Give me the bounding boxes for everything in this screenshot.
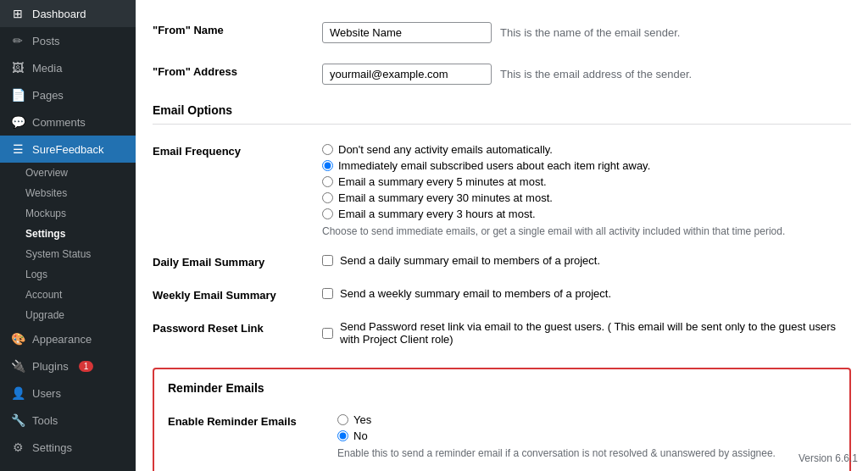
from-name-row: "From" Name This is the name of the emai… [153, 14, 851, 97]
daily-summary-desc: Send a daily summary email to members of… [340, 254, 600, 267]
sidebar-item-pages[interactable]: 📄 Pages [0, 81, 136, 108]
weekly-summary-desc: Send a weekly summary email to members o… [340, 287, 611, 300]
password-reset-checkbox[interactable] [322, 328, 333, 339]
sidebar-sub-overview[interactable]: Overview [0, 163, 136, 183]
collapse-icon: ◀ [10, 468, 25, 471]
email-frequency-help: Choose to send immediate emails, or get … [322, 225, 851, 237]
reminder-help: Enable this to send a reminder email if … [337, 447, 836, 459]
main-content: "From" Name This is the name of the emai… [136, 0, 868, 471]
sidebar: ⊞ Dashboard ✏ Posts 🖼 Media 📄 Pages 💬 Co… [0, 0, 136, 471]
daily-summary-label: Daily Email Summary [153, 246, 322, 279]
from-address-desc: This is the email address of the sender. [500, 68, 692, 80]
sidebar-sub-mockups[interactable]: Mockups [0, 203, 136, 224]
posts-icon: ✏ [10, 34, 25, 47]
freq-30min[interactable]: Email a summary every 30 minutes at most… [322, 191, 851, 204]
plugins-badge: 1 [79, 361, 94, 372]
version-text: Version 6.6.1 [798, 452, 858, 464]
password-reset-checkbox-label[interactable]: Send Password reset link via email to th… [322, 320, 851, 346]
surefeedback-icon: ☰ [10, 142, 25, 156]
from-name-desc: This is the name of the email sender. [500, 26, 680, 39]
weekly-summary-checkbox-label[interactable]: Send a weekly summary email to members o… [322, 287, 851, 300]
sidebar-item-settings[interactable]: ⚙ Settings [0, 434, 136, 461]
content-area: "From" Name This is the name of the emai… [136, 0, 868, 471]
from-name-input[interactable] [322, 22, 492, 43]
sidebar-item-tools[interactable]: 🔧 Tools [0, 407, 136, 434]
reminder-emails-box: Reminder Emails Enable Reminder Emails Y… [153, 368, 851, 471]
sidebar-sub-websites[interactable]: Websites [0, 183, 136, 203]
sidebar-item-media[interactable]: 🖼 Media [0, 54, 136, 81]
password-reset-label: Password Reset Link [153, 312, 322, 354]
sidebar-item-posts[interactable]: ✏ Posts [0, 27, 136, 54]
sidebar-item-users[interactable]: 👤 Users [0, 380, 136, 407]
email-frequency-label: Email Frequency [153, 135, 322, 246]
media-icon: 🖼 [10, 61, 25, 75]
sidebar-item-comments[interactable]: 💬 Comments [0, 108, 136, 136]
enable-reminder-label: Enable Reminder Emails [168, 405, 337, 468]
from-name-label: "From" Name [153, 14, 322, 55]
from-address-label: "From" Address [153, 55, 322, 97]
sidebar-sub-settings[interactable]: Settings [0, 224, 136, 244]
daily-summary-checkbox-label[interactable]: Send a daily summary email to members of… [322, 254, 851, 267]
freq-5min[interactable]: Email a summary every 5 minutes at most. [322, 175, 851, 188]
appearance-icon: 🎨 [10, 332, 25, 346]
freq-immediately[interactable]: Immediately email subscribed users about… [322, 159, 851, 172]
reminder-no[interactable]: No [337, 429, 836, 442]
daily-summary-checkbox[interactable] [322, 255, 333, 266]
weekly-summary-label: Weekly Email Summary [153, 279, 322, 312]
reminder-yes[interactable]: Yes [337, 413, 836, 426]
plugins-icon: 🔌 [10, 359, 25, 373]
sidebar-sub-system-status[interactable]: System Status [0, 244, 136, 264]
freq-none[interactable]: Don't send any activity emails automatic… [322, 143, 851, 156]
from-address-input[interactable] [322, 64, 492, 85]
sidebar-sub-upgrade[interactable]: Upgrade [0, 305, 136, 325]
weekly-summary-checkbox[interactable] [322, 288, 333, 299]
sidebar-item-surefeedback[interactable]: ☰ SureFeedback [0, 136, 136, 163]
tools-icon: 🔧 [10, 413, 25, 427]
sidebar-item-plugins[interactable]: 🔌 Plugins 1 [0, 352, 136, 380]
freq-3hr[interactable]: Email a summary every 3 hours at most. [322, 208, 851, 220]
pages-icon: 📄 [10, 88, 25, 102]
sidebar-sub-account[interactable]: Account [0, 285, 136, 305]
comments-icon: 💬 [10, 115, 25, 129]
sidebar-item-collapse[interactable]: ◀ Collapse menu [0, 461, 136, 471]
reminder-table: Enable Reminder Emails Yes No Enable thi… [168, 405, 836, 468]
email-options-table: Email Frequency Don't send any activity … [153, 135, 851, 354]
email-options-title: Email Options [153, 103, 851, 125]
password-reset-desc: Send Password reset link via email to th… [340, 320, 851, 346]
sidebar-item-dashboard[interactable]: ⊞ Dashboard [0, 0, 136, 27]
dashboard-icon: ⊞ [10, 7, 25, 20]
email-frequency-group: Don't send any activity emails automatic… [322, 143, 851, 220]
users-icon: 👤 [10, 386, 25, 400]
reminder-emails-title: Reminder Emails [168, 381, 836, 395]
reminder-radio-group: Yes No [337, 413, 836, 442]
sidebar-sub-logs[interactable]: Logs [0, 264, 136, 285]
settings-icon: ⚙ [10, 441, 25, 454]
sidebar-item-appearance[interactable]: 🎨 Appearance [0, 325, 136, 352]
